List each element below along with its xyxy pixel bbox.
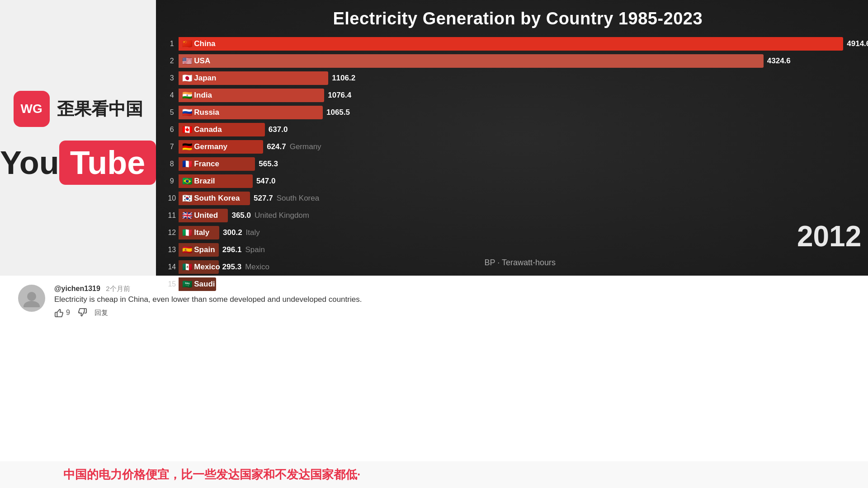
country-name: USA <box>194 56 210 66</box>
country-name: France <box>194 160 219 169</box>
country-flag: 🇩🇪 <box>182 142 192 152</box>
rank-number: 15 <box>165 280 179 288</box>
bar-value: 637.0 <box>269 125 288 134</box>
bar-row: 13🇪🇸Spain296.1Spain <box>165 242 868 258</box>
youtube-logo: You Tube <box>0 141 156 185</box>
country-flag: 🇺🇸 <box>182 56 192 66</box>
bar-fill: 🇸🇦Saudi <box>179 277 216 291</box>
country-name: Japan <box>194 74 216 83</box>
year-label: 2012 <box>797 220 861 253</box>
rank-number: 12 <box>165 229 179 237</box>
like-button[interactable]: 9 <box>54 308 70 318</box>
bar-container: 🇬🇧United 365.0United Kingdom <box>179 209 868 222</box>
bar-fill: 🇩🇪Germany <box>179 140 263 154</box>
country-ghost-label: Spain <box>245 245 264 254</box>
bar-fill: 🇮🇹Italy <box>179 226 219 239</box>
country-flag: 🇲🇽 <box>182 262 192 272</box>
rank-number: 10 <box>165 194 179 202</box>
country-ghost-label: Italy <box>246 228 260 237</box>
rank-number: 9 <box>165 177 179 185</box>
svg-point-1 <box>24 301 40 307</box>
comment-text: Electricity is cheap in China, even lowe… <box>54 295 850 304</box>
rank-number: 6 <box>165 126 179 134</box>
country-name: Russia <box>194 108 219 117</box>
country-name: India <box>194 91 212 100</box>
country-ghost-label: South Korea <box>277 194 320 203</box>
rank-number: 7 <box>165 143 179 151</box>
bar-row: 4🇮🇳India1076.4 <box>165 87 868 103</box>
rank-number: 8 <box>165 160 179 168</box>
translation-text: 中国的电力价格便宜，比一些发达国家和不发达国家都低· <box>63 467 360 483</box>
reply-button[interactable]: 回复 <box>94 309 108 317</box>
country-flag: 🇨🇦 <box>182 125 192 135</box>
comment-time: 2个月前 <box>106 285 130 292</box>
bar-row: 2🇺🇸USA4324.6 <box>165 53 868 69</box>
youtube-you-text: You <box>0 144 59 181</box>
like-count: 9 <box>66 309 70 317</box>
bar-row: 10🇰🇷South Korea527.7South Korea <box>165 190 868 206</box>
country-flag: 🇷🇺 <box>182 108 192 117</box>
bar-value: 624.7 <box>267 142 286 151</box>
bar-container: 🇨🇳China4914.6 <box>179 37 868 51</box>
bar-container: 🇫🇷France565.3 <box>179 157 868 171</box>
bar-value: 527.7 <box>254 194 273 203</box>
bar-container: 🇪🇸Spain296.1Spain <box>179 243 868 257</box>
country-flag: 🇯🇵 <box>182 73 192 83</box>
country-flag: 🇬🇧 <box>182 211 192 221</box>
country-name: Canada <box>194 125 222 134</box>
channel-name: 歪果看中国 <box>57 98 143 121</box>
bar-fill: 🇲🇽Mexico <box>179 260 218 274</box>
avatar <box>18 285 45 312</box>
bar-fill: 🇬🇧United <box>179 209 228 222</box>
translation-bar: 中国的电力价格便宜，比一些发达国家和不发达国家都低· <box>0 461 868 488</box>
bar-value: 1106.2 <box>332 74 355 83</box>
bar-container: 🇨🇦Canada637.0 <box>179 123 868 136</box>
bar-row: 12🇮🇹Italy300.2Italy <box>165 225 868 241</box>
bar-fill: 🇺🇸USA <box>179 54 764 68</box>
bar-fill: 🇨🇦Canada <box>179 123 265 136</box>
bar-value: 296.1 <box>222 245 242 254</box>
bar-container: 🇺🇸USA4324.6 <box>179 54 868 68</box>
video-area: WG 歪果看中国 You Tube Electricity Generation… <box>0 0 868 276</box>
channel-badge: WG 歪果看中国 <box>14 91 143 127</box>
country-flag: 🇮🇹 <box>182 228 192 238</box>
bar-row: 1🇨🇳China4914.6 <box>165 36 868 52</box>
left-panel: WG 歪果看中国 You Tube <box>0 0 156 276</box>
bar-fill: 🇫🇷France <box>179 157 255 171</box>
bar-list: 1🇨🇳China4914.62🇺🇸USA4324.63🇯🇵Japan1106.2… <box>165 36 868 292</box>
rank-number: 13 <box>165 246 179 254</box>
dislike-button[interactable] <box>77 308 87 318</box>
rank-number: 2 <box>165 57 179 65</box>
youtube-tube-btn: Tube <box>59 141 156 185</box>
country-flag: 🇰🇷 <box>182 193 192 203</box>
country-flag: 🇧🇷 <box>182 176 192 186</box>
country-name: Spain <box>194 245 215 254</box>
country-name: Italy <box>194 228 209 237</box>
bar-value: 547.0 <box>256 177 276 186</box>
country-name: Saudi <box>194 280 215 289</box>
country-ghost-label: Mexico <box>245 263 269 272</box>
country-flag: 🇪🇸 <box>182 245 192 255</box>
comment-actions: 9 回复 <box>54 308 850 318</box>
bar-value: 1076.4 <box>328 91 351 100</box>
bar-row: 5🇷🇺Russia1065.5 <box>165 104 868 121</box>
bar-container: 🇷🇺Russia1065.5 <box>179 106 868 119</box>
country-flag: 🇫🇷 <box>182 159 192 169</box>
country-name: Mexico <box>194 263 220 272</box>
bar-fill: 🇨🇳China <box>179 37 843 51</box>
bar-container: 🇸🇦Saudi275.6 <box>179 277 868 291</box>
comment-area: @yichen1319 2个月前 Electricity is cheap in… <box>0 276 868 461</box>
youtube-tube-text: Tube <box>70 144 146 181</box>
bar-container: 🇮🇹Italy300.2Italy <box>179 226 868 239</box>
bar-fill: 🇪🇸Spain <box>179 243 219 257</box>
bar-row: 3🇯🇵Japan1106.2 <box>165 70 868 86</box>
country-name: China <box>194 39 215 48</box>
bar-row: 15🇸🇦Saudi275.6 <box>165 276 868 292</box>
country-flag: 🇨🇳 <box>182 39 192 49</box>
bar-fill: 🇧🇷Brazil <box>179 174 253 188</box>
svg-point-0 <box>27 292 36 301</box>
bar-container: 🇮🇳India1076.4 <box>179 89 868 102</box>
country-name: South Korea <box>194 194 240 203</box>
rank-number: 14 <box>165 263 179 271</box>
bar-value: 295.3 <box>222 263 242 272</box>
